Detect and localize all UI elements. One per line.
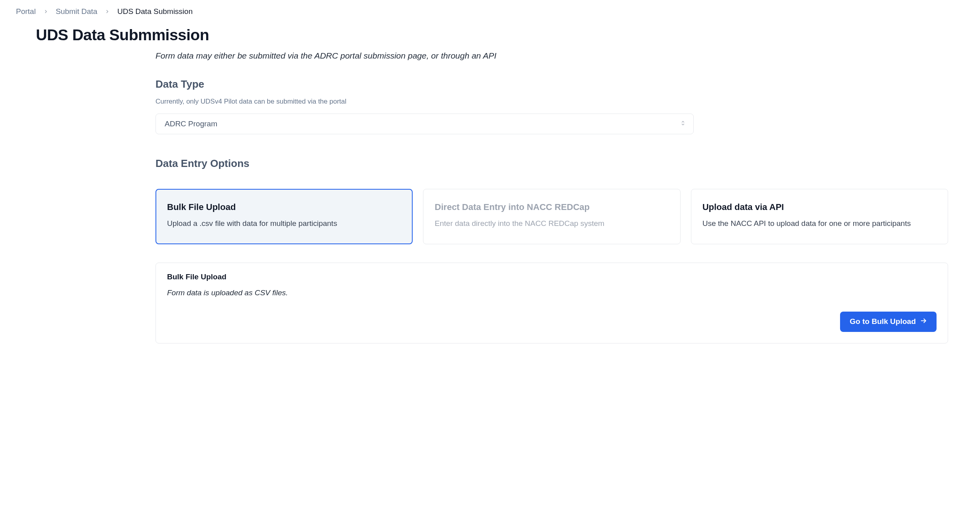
option-title: Upload data via API xyxy=(703,202,937,212)
data-entry-options-heading: Data Entry Options xyxy=(155,157,948,170)
chevron-right-icon xyxy=(104,9,110,14)
option-desc: Upload a .csv file with data for multipl… xyxy=(167,218,401,230)
option-title: Bulk File Upload xyxy=(167,202,401,212)
breadcrumb-link-portal[interactable]: Portal xyxy=(16,7,36,16)
arrow-right-icon xyxy=(920,317,927,326)
option-card-bulk-upload[interactable]: Bulk File Upload Upload a .csv file with… xyxy=(155,189,413,244)
detail-desc: Form data is uploaded as CSV files. xyxy=(167,288,937,297)
option-desc: Use the NACC API to upload data for one … xyxy=(703,218,937,230)
detail-panel: Bulk File Upload Form data is uploaded a… xyxy=(155,263,948,343)
main-content: Form data may either be submitted via th… xyxy=(155,51,964,343)
options-row: Bulk File Upload Upload a .csv file with… xyxy=(155,189,948,244)
go-to-bulk-upload-button[interactable]: Go to Bulk Upload xyxy=(840,312,937,332)
option-card-api[interactable]: Upload data via API Use the NACC API to … xyxy=(691,189,948,244)
option-desc: Enter data directly into the NACC REDCap… xyxy=(435,218,669,230)
intro-text: Form data may either be submitted via th… xyxy=(155,51,948,61)
data-type-select-wrapper: ADRC Program xyxy=(155,114,694,134)
detail-actions: Go to Bulk Upload xyxy=(167,312,937,332)
breadcrumb: Portal Submit Data UDS Data Submission xyxy=(16,7,964,16)
chevron-right-icon xyxy=(43,9,49,14)
page-title: UDS Data Submmission xyxy=(36,26,964,44)
detail-title: Bulk File Upload xyxy=(167,273,937,281)
option-title: Direct Data Entry into NACC REDCap xyxy=(435,202,669,212)
data-type-subtext: Currently, only UDSv4 Pilot data can be … xyxy=(155,98,948,106)
button-label: Go to Bulk Upload xyxy=(850,317,916,326)
breadcrumb-current: UDS Data Submission xyxy=(117,7,193,16)
data-type-heading: Data Type xyxy=(155,78,948,90)
option-card-redcap[interactable]: Direct Data Entry into NACC REDCap Enter… xyxy=(423,189,680,244)
data-type-select[interactable]: ADRC Program xyxy=(155,114,694,134)
breadcrumb-link-submit-data[interactable]: Submit Data xyxy=(56,7,98,16)
